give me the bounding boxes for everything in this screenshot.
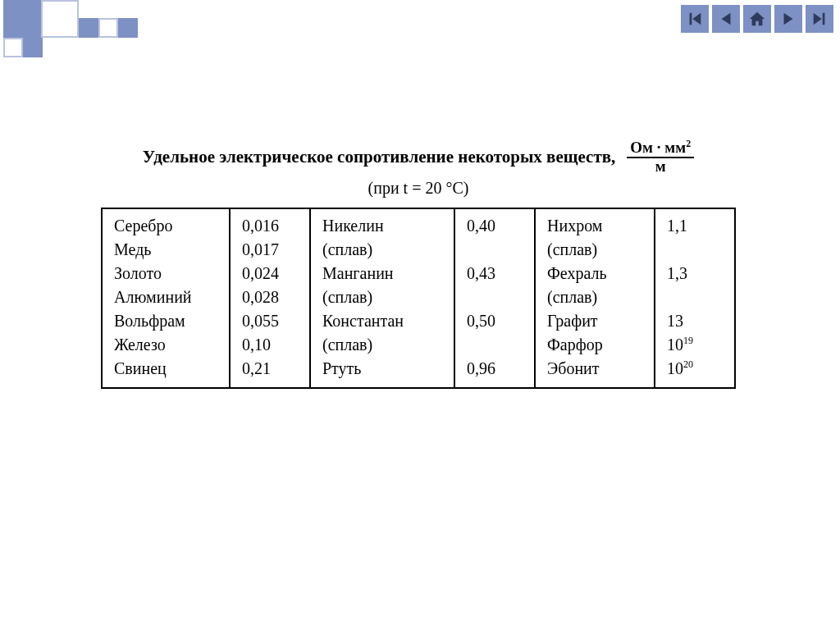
table-row: СереброМедьЗолотоАлюминийВольфрамЖелезоС…: [102, 208, 735, 388]
values-col-3: 1,1 1,3 1310191020: [667, 214, 726, 381]
values-col-1: 0,0160,0170,0240,0280,0550,100,21: [242, 214, 301, 381]
resistivity-table: СереброМедьЗолотоАлюминийВольфрамЖелезоС…: [101, 208, 736, 389]
materials-col-3: Нихром(сплав)Фехраль(сплав)ГрафитФарфорЭ…: [547, 214, 646, 381]
title-text: Удельное электрическое сопротивление нек…: [143, 147, 615, 167]
unit-numerator: Ом · мм: [630, 139, 686, 156]
first-icon: [686, 10, 704, 28]
last-icon: [810, 10, 829, 28]
slide-nav: [681, 5, 833, 33]
nav-home-button[interactable]: [743, 5, 771, 33]
condition-text: (при t = 20 °C): [90, 179, 746, 198]
slide-title: Удельное электрическое сопротивление нек…: [90, 139, 746, 176]
unit-fraction: Ом · мм2 м: [627, 139, 694, 176]
corner-decoration: [0, 0, 164, 66]
next-icon: [779, 10, 797, 28]
materials-col-2: Никелин(сплав)Манганин(сплав)Константан(…: [322, 214, 445, 381]
materials-col-1: СереброМедьЗолотоАлюминийВольфрамЖелезоС…: [114, 214, 221, 381]
nav-prev-button[interactable]: [712, 5, 740, 33]
slide-content: Удельное электрическое сопротивление нек…: [90, 139, 746, 389]
nav-next-button[interactable]: [774, 5, 802, 33]
nav-first-button[interactable]: [681, 5, 709, 33]
unit-exponent: 2: [686, 138, 691, 149]
prev-icon: [717, 10, 735, 28]
values-col-2: 0,40 0,43 0,50 0,96: [467, 214, 526, 381]
home-icon: [748, 10, 766, 28]
nav-last-button[interactable]: [806, 5, 833, 33]
unit-denominator: м: [652, 158, 669, 176]
